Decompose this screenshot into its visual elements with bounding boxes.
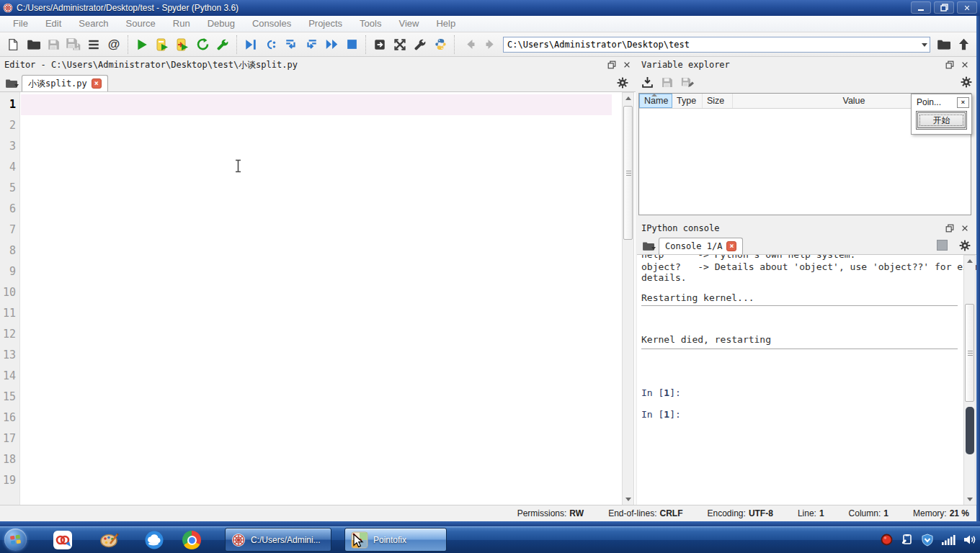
- symbol-finder-icon[interactable]: @: [104, 35, 124, 55]
- console-scrollbar-thumb[interactable]: [965, 304, 974, 402]
- menu-consoles[interactable]: Consoles: [244, 16, 300, 32]
- record-indicator-icon[interactable]: [881, 534, 893, 546]
- start-button[interactable]: [4, 529, 27, 551]
- debug-file-icon[interactable]: [241, 35, 261, 55]
- scroll-up-icon[interactable]: [964, 256, 975, 266]
- status-encoding: Encoding:UTF-8: [708, 508, 773, 518]
- removable-device-icon[interactable]: [901, 534, 913, 546]
- undock-pane-icon[interactable]: [607, 60, 617, 70]
- main-area: Editor - C:\Users\Administrator\Desktop\…: [0, 57, 976, 505]
- console-prompt: In [1]:: [641, 409, 681, 420]
- close-pane-icon[interactable]: [961, 60, 969, 69]
- python-path-manager-icon[interactable]: [430, 35, 450, 55]
- restore-button[interactable]: [934, 1, 954, 14]
- browse-tabs-icon[interactable]: [640, 238, 657, 253]
- interrupt-kernel-icon[interactable]: [937, 240, 948, 251]
- stop-debugging-icon[interactable]: [342, 35, 362, 55]
- line-number: 5: [1, 178, 16, 199]
- editor-scrollbar-thumb[interactable]: [623, 106, 633, 240]
- open-file-icon[interactable]: [23, 35, 43, 55]
- editor-tab-close-icon[interactable]: ×: [92, 78, 102, 89]
- taskbar-button-spyder[interactable]: C:/Users/Admini...: [225, 528, 331, 552]
- menu-view[interactable]: View: [390, 16, 427, 32]
- menu-file[interactable]: File: [4, 16, 37, 32]
- console-output-area[interactable]: help -> Python's own help system. object…: [637, 254, 976, 505]
- browse-working-directory-icon[interactable]: [933, 35, 953, 55]
- menu-search[interactable]: Search: [70, 16, 117, 32]
- fullscreen-mode-icon[interactable]: [390, 35, 410, 55]
- working-directory-combobox[interactable]: [503, 37, 930, 53]
- browse-tabs-icon[interactable]: [3, 75, 20, 91]
- column-header-size[interactable]: Size: [703, 94, 733, 108]
- security-shield-icon[interactable]: [921, 534, 934, 547]
- column-header-type[interactable]: Type: [672, 94, 703, 108]
- pinned-paint-tool-icon[interactable]: [99, 530, 120, 550]
- undock-pane-icon[interactable]: [945, 60, 955, 70]
- run-file-icon[interactable]: [132, 35, 152, 55]
- step-into-icon[interactable]: [281, 35, 301, 55]
- menu-help[interactable]: Help: [427, 16, 464, 32]
- column-header-name[interactable]: Name: [639, 94, 672, 108]
- minimize-button[interactable]: [911, 1, 931, 14]
- save-all-icon[interactable]: [63, 35, 84, 55]
- forward-icon[interactable]: [480, 35, 500, 55]
- run-cell-and-advance-icon[interactable]: [172, 35, 192, 55]
- menu-tools[interactable]: Tools: [351, 16, 390, 32]
- working-directory-input[interactable]: [504, 40, 930, 50]
- step-return-icon[interactable]: [301, 35, 321, 55]
- back-icon[interactable]: [460, 35, 480, 55]
- menu-debug[interactable]: Debug: [199, 16, 244, 32]
- editor-scrollbar[interactable]: [622, 92, 634, 505]
- close-pane-icon[interactable]: [623, 60, 631, 69]
- go-to-parent-directory-icon[interactable]: [953, 35, 974, 55]
- close-pane-icon[interactable]: [961, 224, 969, 233]
- network-signal-icon[interactable]: [942, 534, 956, 545]
- console-options-icon[interactable]: [959, 240, 971, 251]
- window-title: C:/Users/Administrator/Desktop/test - Sp…: [17, 3, 239, 13]
- pointofix-title: Poin...: [917, 97, 941, 107]
- save-file-icon[interactable]: [43, 35, 63, 55]
- menu-projects[interactable]: Projects: [300, 16, 351, 32]
- menu-source[interactable]: Source: [117, 16, 164, 32]
- console-scrollbar[interactable]: [963, 255, 976, 505]
- pinned-browser-cloud-icon[interactable]: [144, 530, 164, 550]
- re-run-last-cell-icon[interactable]: [192, 35, 213, 55]
- run-configuration-icon[interactable]: [213, 35, 233, 55]
- file-switcher-icon[interactable]: [84, 35, 104, 55]
- maximize-current-pane-icon[interactable]: [370, 35, 390, 55]
- import-data-icon[interactable]: [641, 76, 654, 89]
- pinned-app-launcher-icon[interactable]: [53, 530, 73, 550]
- pointofix-close-icon[interactable]: ×: [957, 97, 969, 108]
- console-line: object? -> Details about 'object', use '…: [641, 261, 976, 272]
- new-file-icon[interactable]: [3, 35, 23, 55]
- preferences-icon[interactable]: [410, 35, 430, 55]
- save-data-icon[interactable]: [661, 76, 673, 89]
- variable-explorer-options-icon[interactable]: [961, 76, 972, 88]
- console-tab[interactable]: Console 1/A ×: [659, 238, 743, 254]
- run-current-line-icon[interactable]: [261, 35, 281, 55]
- console-line: details.: [641, 272, 687, 283]
- continue-execution-icon[interactable]: [321, 35, 342, 55]
- close-button[interactable]: [957, 1, 977, 14]
- toolbar-separator: [365, 35, 366, 54]
- save-data-as-icon[interactable]: [680, 76, 694, 88]
- scroll-up-icon[interactable]: [623, 93, 633, 104]
- run-cell-icon[interactable]: [152, 35, 172, 55]
- editor-code-area[interactable]: 1 2 3 4 5 6 7 8 9 10 11 12 13 14 15 16 1…: [0, 91, 636, 505]
- console-line-clipped: help -> Python's own help system.: [641, 255, 855, 260]
- scroll-down-icon[interactable]: [964, 494, 975, 505]
- taskbar: C:/Users/Admini... Pointofix: [0, 526, 980, 553]
- editor-tab[interactable]: 小谈split.py ×: [22, 75, 108, 91]
- volume-icon[interactable]: [963, 534, 976, 545]
- console-scrollbar-thumb-dark[interactable]: [966, 407, 974, 454]
- editor-options-icon[interactable]: [617, 77, 628, 89]
- menu-edit[interactable]: Edit: [37, 16, 70, 32]
- pointofix-start-button[interactable]: 开始: [917, 112, 966, 128]
- menu-run[interactable]: Run: [164, 16, 199, 32]
- undock-pane-icon[interactable]: [945, 223, 955, 233]
- pinned-chrome-icon[interactable]: [182, 530, 202, 550]
- editor-tab-bar: 小谈split.py ×: [0, 73, 636, 91]
- console-tab-close-icon[interactable]: ×: [726, 241, 736, 251]
- combobox-dropdown-caret-icon[interactable]: [922, 43, 927, 47]
- scroll-down-icon[interactable]: [623, 494, 633, 505]
